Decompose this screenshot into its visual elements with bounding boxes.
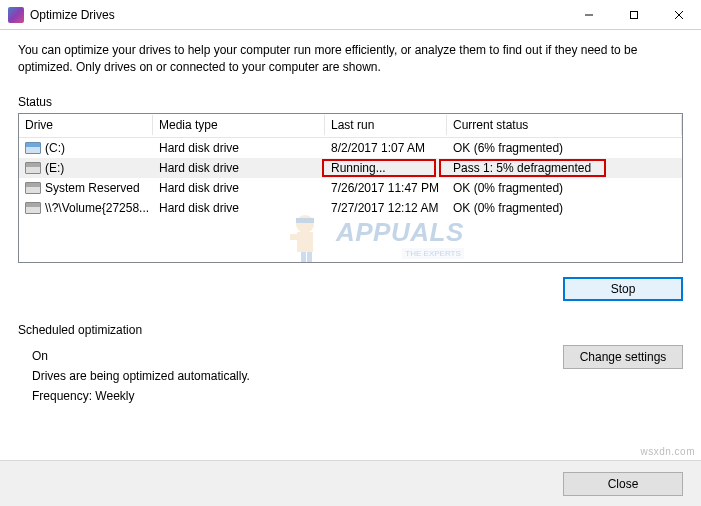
cell-drive: System Reserved (19, 180, 153, 196)
drive-label: System Reserved (45, 181, 140, 195)
window-title: Optimize Drives (30, 8, 566, 22)
drive-icon (25, 182, 41, 194)
col-header-drive[interactable]: Drive (19, 115, 153, 135)
window-controls (566, 0, 701, 29)
drive-label: (E:) (45, 161, 64, 175)
schedule-description: Drives are being optimized automatically… (32, 369, 683, 383)
scheduled-optimization-label: Scheduled optimization (18, 323, 683, 337)
change-settings-button[interactable]: Change settings (563, 345, 683, 369)
col-header-status[interactable]: Current status (447, 115, 682, 135)
close-dialog-button[interactable]: Close (563, 472, 683, 496)
cell-media: Hard disk drive (153, 180, 325, 196)
cell-drive: (C:) (19, 140, 153, 156)
close-button[interactable] (656, 0, 701, 29)
cell-lastrun: 7/26/2017 11:47 PM (325, 180, 447, 196)
drive-icon (25, 202, 41, 214)
drive-icon (25, 162, 41, 174)
status-label: Status (18, 95, 683, 109)
drive-label: (C:) (45, 141, 65, 155)
cell-media: Hard disk drive (153, 160, 325, 176)
cell-media: Hard disk drive (153, 200, 325, 216)
drives-listview[interactable]: Drive Media type Last run Current status… (18, 113, 683, 263)
cell-lastrun: 8/2/2017 1:07 AM (325, 140, 447, 156)
table-header: Drive Media type Last run Current status (19, 114, 682, 138)
drive-label: \\?\Volume{27258... (45, 201, 149, 215)
cell-drive: \\?\Volume{27258... (19, 200, 153, 216)
minimize-button[interactable] (566, 0, 611, 29)
cell-media: Hard disk drive (153, 140, 325, 156)
table-row[interactable]: (C:)Hard disk drive8/2/2017 1:07 AMOK (6… (19, 138, 682, 158)
cell-lastrun: Running... (325, 160, 447, 176)
bottom-bar: Close (0, 460, 701, 506)
col-header-media[interactable]: Media type (153, 115, 325, 135)
maximize-button[interactable] (611, 0, 656, 29)
cell-status: OK (6% fragmented) (447, 140, 682, 156)
title-bar: Optimize Drives (0, 0, 701, 30)
col-header-lastrun[interactable]: Last run (325, 115, 447, 135)
watermark-url: wsxdn.com (640, 446, 695, 457)
cell-status: OK (0% fragmented) (447, 180, 682, 196)
table-row[interactable]: System ReservedHard disk drive7/26/2017 … (19, 178, 682, 198)
table-row[interactable]: \\?\Volume{27258...Hard disk drive7/27/2… (19, 198, 682, 218)
drive-icon (25, 142, 41, 154)
cell-status: Pass 1: 5% defragmented (447, 160, 682, 176)
cell-lastrun: 7/27/2017 12:12 AM (325, 200, 447, 216)
schedule-frequency: Frequency: Weekly (32, 389, 683, 403)
description-text: You can optimize your drives to help you… (18, 42, 683, 77)
cell-status: OK (0% fragmented) (447, 200, 682, 216)
app-icon (8, 7, 24, 23)
svg-rect-1 (630, 11, 637, 18)
table-row[interactable]: (E:)Hard disk driveRunning...Pass 1: 5% … (19, 158, 682, 178)
cell-drive: (E:) (19, 160, 153, 176)
stop-button[interactable]: Stop (563, 277, 683, 301)
